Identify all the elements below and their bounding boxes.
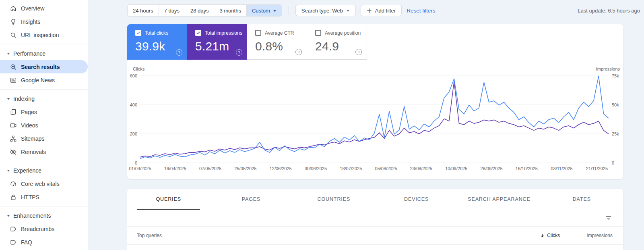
date-range-custom[interactable]: Custom: [246, 5, 282, 16]
lightbulb-icon: [10, 18, 17, 25]
sidebar-item-videos[interactable]: Videos: [0, 119, 88, 132]
sidebar-item-search-results[interactable]: Search results: [0, 60, 88, 73]
svg-text:75k: 75k: [612, 73, 619, 78]
sidebar-item-breadcrumbs[interactable]: Breadcrumbs: [0, 222, 88, 235]
search-type-label: Search type: Web: [301, 8, 343, 14]
search-icon: [10, 31, 17, 39]
checkbox-checked-icon[interactable]: [195, 30, 201, 36]
sidebar-section-experience[interactable]: Experience: [0, 164, 88, 177]
search-results-icon: [10, 63, 17, 71]
help-icon[interactable]: ?: [236, 49, 242, 56]
svg-text:50k: 50k: [612, 102, 619, 107]
filter-icon[interactable]: [605, 214, 613, 222]
svg-text:05/08/2025: 05/08/2025: [375, 166, 397, 171]
tab-search-appearance[interactable]: SEARCH APPEARANCE: [458, 189, 540, 210]
sidebar-item-label: HTTPS: [21, 194, 39, 200]
impressions-column-header[interactable]: Impressions: [586, 233, 613, 238]
checkbox-unchecked-icon[interactable]: [315, 30, 321, 36]
svg-text:0: 0: [135, 160, 137, 165]
sidebar-item-https[interactable]: HTTPS: [0, 190, 88, 204]
sidebar-item-overview[interactable]: Overview: [0, 2, 88, 15]
sidebar-item-pages[interactable]: Pages: [0, 105, 88, 119]
tab-devices[interactable]: DEVICES: [375, 189, 458, 210]
svg-text:07/05/2025: 07/05/2025: [199, 166, 221, 171]
date-range-7-days[interactable]: 7 days: [159, 5, 185, 16]
svg-text:25k: 25k: [612, 131, 619, 136]
sidebar-item-label: URL inspection: [21, 32, 59, 38]
tab-countries[interactable]: COUNTRIES: [293, 189, 375, 210]
total-impressions-card[interactable]: Total impressions 5.21m ?: [187, 24, 247, 60]
caret-down-icon: [346, 9, 350, 12]
tab-dates[interactable]: DATES: [541, 189, 623, 210]
sidebar-item-label: FAQ: [21, 239, 32, 246]
checkbox-unchecked-icon[interactable]: [255, 30, 261, 36]
speedometer-icon: [10, 180, 17, 188]
svg-text:18/07/2025: 18/07/2025: [340, 166, 362, 171]
svg-text:23/08/2025: 23/08/2025: [410, 166, 432, 171]
svg-text:19/04/2025: 19/04/2025: [164, 166, 186, 171]
results-tabs: QUERIES PAGES COUNTRIES DEVICES SEARCH A…: [127, 189, 623, 210]
sidebar-section-label: Performance: [13, 50, 45, 57]
svg-text:600: 600: [130, 73, 137, 78]
table-header-row: Top queries Clicks Impressions: [127, 227, 623, 245]
plus-icon: [367, 8, 372, 13]
checkbox-checked-icon[interactable]: [135, 30, 141, 36]
svg-text:16/10/2025: 16/10/2025: [516, 166, 538, 171]
performance-panel: Total clicks 39.9k ? Total impressions 5…: [127, 24, 623, 179]
reset-filters-link[interactable]: Reset filters: [407, 8, 435, 14]
help-icon[interactable]: ?: [176, 49, 182, 56]
clicks-column-header[interactable]: Clicks: [540, 233, 560, 238]
total-clicks-card[interactable]: Total clicks 39.9k ?: [127, 24, 187, 60]
sidebar-item-core-web-vitals[interactable]: Core web vitals: [0, 177, 88, 190]
help-icon[interactable]: ?: [295, 49, 302, 55]
sidebar-item-label: Core web vitals: [21, 181, 60, 187]
sidebar-item-removals[interactable]: Removals: [0, 145, 88, 158]
sidebar-divider: [0, 161, 88, 161]
sidebar-item-sitemaps[interactable]: Sitemaps: [0, 132, 88, 145]
svg-text:28/09/2025: 28/09/2025: [480, 166, 502, 171]
svg-text:30/06/2025: 30/06/2025: [305, 166, 327, 171]
add-filter-label: Add filter: [375, 8, 396, 14]
home-icon: [10, 5, 17, 12]
add-filter-button[interactable]: Add filter: [361, 5, 402, 16]
sitemap-icon: [10, 135, 17, 142]
card-label: Average position: [325, 30, 361, 36]
tab-queries[interactable]: QUERIES: [127, 189, 210, 210]
sidebar-section-performance[interactable]: Performance: [0, 47, 88, 60]
sidebar-section-indexing[interactable]: Indexing: [0, 92, 88, 105]
sidebar-section-enhancements[interactable]: Enhancements: [0, 209, 88, 222]
chevron-down-icon: [6, 169, 10, 173]
sidebar-item-label: Insights: [21, 19, 40, 25]
search-type-dropdown[interactable]: Search type: Web: [295, 5, 356, 16]
tag-icon: [10, 225, 17, 233]
filter-toolbar: 24 hours 7 days 28 days 3 months Custom …: [127, 5, 640, 16]
lock-icon: [10, 194, 17, 201]
sidebar-item-google-news[interactable]: Google News: [0, 73, 88, 87]
metric-cards: Total clicks 39.9k ? Total impressions 5…: [127, 24, 623, 60]
sidebar-item-insights[interactable]: Insights: [0, 15, 88, 28]
eye-off-icon: [10, 148, 17, 156]
sidebar-item-label: Pages: [21, 109, 37, 115]
tab-pages[interactable]: PAGES: [210, 189, 292, 210]
toolbar-divider: [289, 6, 289, 15]
sidebar-item-faq[interactable]: FAQ: [0, 235, 88, 249]
date-range-custom-label: Custom: [252, 8, 270, 14]
date-range-24-hours[interactable]: 24 hours: [128, 5, 159, 16]
results-panel: QUERIES PAGES COUNTRIES DEVICES SEARCH A…: [127, 189, 623, 250]
svg-text:0: 0: [612, 160, 614, 165]
date-range-3-months[interactable]: 3 months: [214, 5, 246, 16]
date-range-28-days[interactable]: 28 days: [185, 5, 214, 16]
help-icon[interactable]: ?: [355, 49, 362, 55]
average-position-card[interactable]: Average position 24.9 ?: [307, 24, 367, 60]
svg-text:Clicks: Clicks: [133, 67, 145, 71]
sidebar-item-label: Overview: [21, 5, 44, 12]
performance-chart[interactable]: 0020025k40050k60075kClicksImpressions01/…: [127, 60, 623, 179]
average-ctr-card[interactable]: Average CTR 0.8% ?: [247, 24, 307, 60]
cards-filler: [367, 24, 623, 60]
sidebar-divider: [0, 89, 88, 90]
svg-text:Impressions: Impressions: [596, 67, 620, 71]
sidebar-item-label: Videos: [21, 122, 38, 129]
sidebar-item-url-inspection[interactable]: URL inspection: [0, 28, 88, 42]
tag-icon: [10, 239, 17, 246]
svg-text:25/05/2025: 25/05/2025: [234, 166, 256, 171]
